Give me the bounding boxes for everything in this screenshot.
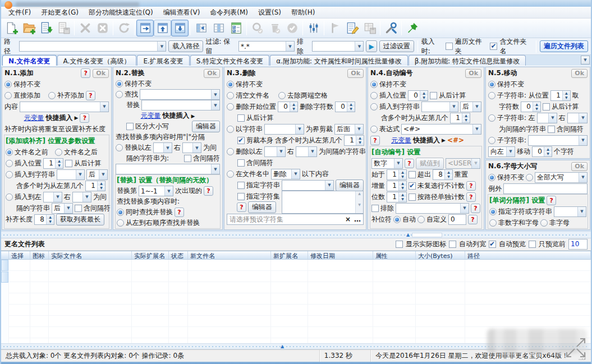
tab-filename-change[interactable]: N.文件名变更 bbox=[2, 55, 57, 66]
spin-up-icon[interactable]: ▲ bbox=[290, 102, 297, 107]
checkbox-case-sensitive[interactable] bbox=[126, 123, 134, 130]
substring-combobox[interactable]: ▼ bbox=[528, 135, 588, 146]
spin-down-icon[interactable]: ▼ bbox=[347, 107, 355, 112]
target-string-combobox[interactable]: ▼ bbox=[57, 169, 85, 180]
spin-down-icon[interactable]: ▼ bbox=[290, 107, 297, 112]
search-files-button[interactable] bbox=[249, 20, 266, 36]
right-string-combobox[interactable]: ▼ bbox=[567, 113, 588, 123]
tab-overflow-dropdown[interactable]: ▼ bbox=[581, 56, 590, 64]
scrollbar-arrow-icon[interactable]: ▲ bbox=[281, 344, 284, 349]
radio-trim-spaces[interactable] bbox=[278, 92, 286, 99]
filter-settings-button[interactable]: 过滤设置 bbox=[379, 40, 414, 52]
radio-keep-unchanged[interactable] bbox=[488, 174, 495, 181]
table-columns-button[interactable] bbox=[210, 20, 227, 36]
spin-down-icon[interactable]: ▼ bbox=[56, 163, 63, 168]
radio-substring-position[interactable] bbox=[488, 92, 495, 99]
case-mode-combobox[interactable]: 全部大写▼ bbox=[535, 172, 588, 183]
between-replace-combobox[interactable]: ▼ bbox=[116, 164, 220, 174]
checkbox-count-from-end[interactable] bbox=[543, 103, 550, 110]
scroll-up-icon[interactable]: ▲ bbox=[356, 191, 363, 202]
spinner-nth-occurrence[interactable]: 1▲▼ bbox=[85, 181, 105, 191]
traverse-file-list-button[interactable]: 遍历文件列表 bbox=[540, 40, 588, 52]
occurrence-combobox[interactable]: 1~-1▼ bbox=[139, 186, 173, 196]
left-string-combobox[interactable]: ▼ bbox=[264, 146, 286, 157]
checkbox-count-from-end[interactable] bbox=[237, 114, 245, 122]
filter-sliders-button[interactable] bbox=[305, 20, 322, 36]
checkbox-specified-string[interactable] bbox=[237, 182, 245, 189]
radio-keep-unchanged[interactable] bbox=[116, 80, 123, 87]
load-path-button[interactable]: 载入路径 bbox=[168, 40, 203, 52]
spinner-from-position[interactable]: 1▲▼ bbox=[550, 90, 571, 101]
radio-specified-separator[interactable] bbox=[489, 208, 497, 215]
spinner-move-count[interactable]: 0▲▼ bbox=[532, 146, 552, 157]
ok-button[interactable]: Ok bbox=[465, 69, 481, 78]
table-move-left-button[interactable] bbox=[192, 20, 210, 36]
meta-variable-link[interactable]: 元变量 bbox=[24, 113, 44, 123]
radio-clear-name[interactable] bbox=[227, 92, 234, 99]
spin-down-icon[interactable]: ▼ bbox=[462, 118, 470, 123]
checkbox-overflow-reset[interactable] bbox=[409, 171, 416, 178]
help-button[interactable]: ? bbox=[80, 113, 89, 123]
preset-charset-placeholder[interactable]: 请选择预设字符集 bbox=[230, 215, 342, 224]
edit-list-button[interactable] bbox=[343, 20, 361, 36]
checkbox-preview-limit[interactable] bbox=[529, 241, 536, 248]
help-button[interactable]: ? bbox=[204, 186, 213, 196]
scroll-down-icon[interactable]: ▼ bbox=[356, 202, 363, 214]
right-string-combobox[interactable]: ▼ bbox=[182, 142, 201, 153]
radio-after-name[interactable] bbox=[55, 149, 62, 156]
help-button[interactable]: ? bbox=[370, 136, 380, 145]
panel-bottom-toggle[interactable] bbox=[171, 20, 189, 36]
radio-simultaneous-replace[interactable] bbox=[117, 209, 124, 216]
row-selector-cell[interactable] bbox=[1, 260, 8, 271]
checkbox-crop-itself[interactable] bbox=[237, 137, 245, 144]
radio-insert-position[interactable] bbox=[6, 160, 13, 167]
refresh-button[interactable] bbox=[115, 20, 132, 36]
radio-non-alnum[interactable] bbox=[489, 219, 497, 227]
before-after-combobox[interactable]: 后▼ bbox=[86, 169, 108, 180]
checkbox-include-separator[interactable] bbox=[184, 155, 191, 162]
tab-specific-files[interactable]: S.特定文件文件名变更 bbox=[190, 55, 269, 66]
meta-variable-link[interactable]: 元变量 bbox=[141, 111, 161, 121]
checkbox-include-separator[interactable] bbox=[237, 159, 245, 167]
menu-start-rename[interactable]: 开始更名(G) bbox=[36, 7, 84, 19]
expand-arrow-icon[interactable]: ▶ bbox=[442, 137, 446, 143]
content-combobox[interactable]: ▼ bbox=[20, 102, 109, 112]
spinner-insert-position[interactable]: 0▲▼ bbox=[408, 90, 428, 101]
spin-up-icon[interactable]: ▲ bbox=[420, 91, 428, 96]
radio-pad-auto[interactable] bbox=[393, 216, 401, 223]
expression-combobox[interactable]: <#>▼ bbox=[401, 124, 481, 135]
spin-down-icon[interactable]: ▼ bbox=[563, 95, 570, 100]
spinner-pad-length[interactable]: 8▲▼ bbox=[34, 214, 54, 225]
path-combobox[interactable]: ▼ bbox=[19, 41, 166, 52]
find-combobox[interactable]: ▼ bbox=[140, 89, 220, 100]
splitter-arrow-icon[interactable]: ▲ bbox=[406, 233, 410, 237]
help-button[interactable]: ? bbox=[547, 196, 556, 205]
radio-substring-between[interactable] bbox=[488, 114, 495, 122]
export-table-button[interactable] bbox=[361, 20, 378, 36]
checkbox-count-from-end[interactable] bbox=[65, 160, 72, 167]
ok-button[interactable]: Ok bbox=[571, 69, 588, 78]
checkbox-traverse-folders[interactable] bbox=[446, 43, 453, 50]
spin-up-icon[interactable]: ▲ bbox=[399, 192, 406, 197]
left-string-combobox[interactable]: ▼ bbox=[537, 113, 557, 123]
exception-input[interactable] bbox=[503, 183, 588, 194]
help-button[interactable]: ? bbox=[86, 91, 95, 100]
preview-limit-input[interactable]: 10 bbox=[568, 239, 588, 250]
column-header-moddate[interactable]: 修改日期 bbox=[308, 251, 373, 259]
save-list-button[interactable] bbox=[55, 20, 72, 36]
radio-direct-add[interactable] bbox=[4, 92, 12, 99]
help-button[interactable]: ? bbox=[466, 181, 476, 191]
radio-keep-unchanged[interactable] bbox=[227, 81, 234, 88]
apply-filter-button[interactable]: ▶ bbox=[366, 40, 377, 52]
checklist-settings-button[interactable] bbox=[227, 20, 245, 36]
before-after-combobox[interactable]: 后▼ bbox=[52, 203, 73, 214]
menu-settings[interactable]: 设置(S) bbox=[253, 7, 286, 19]
menu-edit-view[interactable]: 编辑查看(V) bbox=[158, 7, 205, 19]
delete-mode-combobox[interactable]: 删除▼ bbox=[271, 169, 300, 179]
radio-case-mode[interactable] bbox=[526, 174, 533, 181]
spinner-char-count[interactable]: 0▲▼ bbox=[521, 102, 541, 112]
spinner-overflow[interactable]: 8▲▼ bbox=[433, 169, 453, 180]
help-button[interactable]: ? bbox=[175, 208, 184, 217]
spinner-nth-occurrence[interactable]: 1▲▼ bbox=[344, 135, 364, 146]
radio-insert-between[interactable] bbox=[6, 193, 13, 201]
